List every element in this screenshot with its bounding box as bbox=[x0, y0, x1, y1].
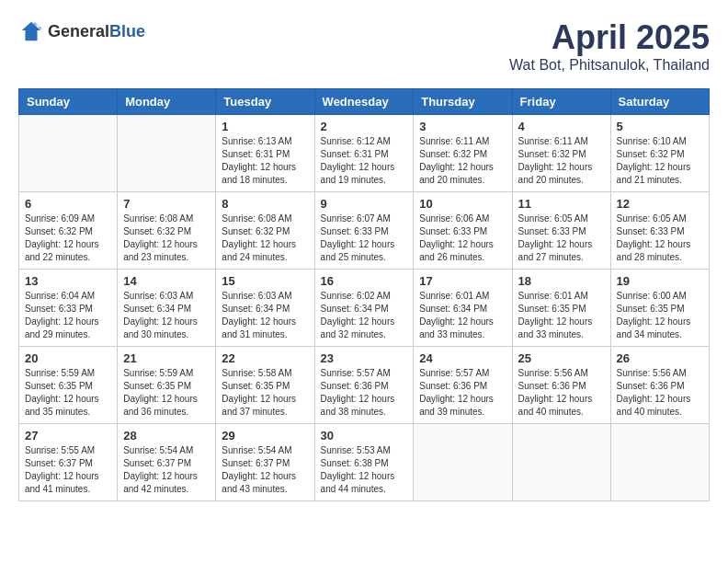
day-number: 12 bbox=[617, 197, 703, 211]
day-number: 14 bbox=[123, 274, 210, 288]
day-number: 4 bbox=[518, 120, 605, 133]
calendar-cell: 3Sunrise: 6:11 AM Sunset: 6:32 PM Daylig… bbox=[414, 115, 512, 192]
logo-blue: Blue bbox=[109, 22, 145, 40]
title-area: April 2025 Wat Bot, Phitsanulok, Thailan… bbox=[509, 18, 710, 74]
calendar-cell bbox=[414, 424, 512, 501]
day-info: Sunrise: 5:53 AM Sunset: 6:38 PM Dayligh… bbox=[321, 444, 408, 496]
day-info: Sunrise: 6:02 AM Sunset: 6:34 PM Dayligh… bbox=[321, 290, 408, 341]
calendar-cell: 9Sunrise: 6:07 AM Sunset: 6:33 PM Daylig… bbox=[314, 192, 414, 270]
calendar-cell: 7Sunrise: 6:08 AM Sunset: 6:32 PM Daylig… bbox=[118, 192, 216, 270]
calendar-week-row: 6Sunrise: 6:09 AM Sunset: 6:32 PM Daylig… bbox=[19, 192, 710, 270]
calendar-cell bbox=[610, 424, 709, 501]
calendar-cell: 18Sunrise: 6:01 AM Sunset: 6:35 PM Dayli… bbox=[512, 270, 610, 347]
day-info: Sunrise: 5:54 AM Sunset: 6:37 PM Dayligh… bbox=[222, 444, 308, 496]
day-number: 28 bbox=[123, 429, 210, 442]
day-info: Sunrise: 6:09 AM Sunset: 6:32 PM Dayligh… bbox=[25, 213, 111, 264]
day-number: 27 bbox=[25, 429, 111, 442]
calendar-cell: 30Sunrise: 5:53 AM Sunset: 6:38 PM Dayli… bbox=[314, 424, 414, 501]
day-info: Sunrise: 5:58 AM Sunset: 6:35 PM Dayligh… bbox=[222, 367, 308, 419]
calendar-cell: 22Sunrise: 5:58 AM Sunset: 6:35 PM Dayli… bbox=[216, 347, 314, 424]
day-info: Sunrise: 5:57 AM Sunset: 6:36 PM Dayligh… bbox=[321, 367, 408, 419]
calendar-cell bbox=[118, 115, 216, 192]
day-number: 16 bbox=[321, 274, 408, 288]
calendar-cell: 12Sunrise: 6:05 AM Sunset: 6:33 PM Dayli… bbox=[610, 192, 709, 270]
calendar-cell: 11Sunrise: 6:05 AM Sunset: 6:33 PM Dayli… bbox=[512, 192, 610, 270]
day-info: Sunrise: 6:03 AM Sunset: 6:34 PM Dayligh… bbox=[123, 290, 210, 341]
calendar-cell: 26Sunrise: 5:56 AM Sunset: 6:36 PM Dayli… bbox=[610, 347, 709, 424]
logo-text: GeneralBlue bbox=[48, 22, 145, 41]
day-info: Sunrise: 6:13 AM Sunset: 6:31 PM Dayligh… bbox=[222, 135, 308, 187]
day-number: 9 bbox=[321, 197, 408, 211]
day-number: 6 bbox=[25, 197, 111, 211]
day-info: Sunrise: 6:01 AM Sunset: 6:35 PM Dayligh… bbox=[518, 290, 605, 341]
calendar-cell: 20Sunrise: 5:59 AM Sunset: 6:35 PM Dayli… bbox=[19, 347, 118, 424]
day-info: Sunrise: 5:56 AM Sunset: 6:36 PM Dayligh… bbox=[518, 367, 605, 419]
day-number: 10 bbox=[419, 197, 506, 211]
day-number: 8 bbox=[222, 197, 308, 211]
calendar-cell: 23Sunrise: 5:57 AM Sunset: 6:36 PM Dayli… bbox=[314, 347, 414, 424]
day-info: Sunrise: 6:06 AM Sunset: 6:33 PM Dayligh… bbox=[419, 213, 506, 264]
day-info: Sunrise: 6:07 AM Sunset: 6:33 PM Dayligh… bbox=[321, 213, 408, 264]
day-number: 17 bbox=[419, 274, 506, 288]
day-number: 29 bbox=[222, 429, 308, 442]
weekday-header: Tuesday bbox=[216, 89, 314, 115]
weekday-header: Wednesday bbox=[314, 89, 414, 115]
day-number: 21 bbox=[123, 351, 210, 365]
day-number: 5 bbox=[617, 120, 703, 133]
day-number: 19 bbox=[617, 274, 703, 288]
day-info: Sunrise: 6:08 AM Sunset: 6:32 PM Dayligh… bbox=[123, 213, 210, 264]
calendar-cell: 29Sunrise: 5:54 AM Sunset: 6:37 PM Dayli… bbox=[216, 424, 314, 501]
day-number: 30 bbox=[321, 429, 408, 442]
day-info: Sunrise: 6:04 AM Sunset: 6:33 PM Dayligh… bbox=[25, 290, 111, 341]
day-number: 13 bbox=[25, 274, 111, 288]
weekday-header: Sunday bbox=[19, 89, 118, 115]
calendar-week-row: 13Sunrise: 6:04 AM Sunset: 6:33 PM Dayli… bbox=[19, 270, 710, 347]
day-number: 7 bbox=[123, 197, 210, 211]
calendar-cell: 4Sunrise: 6:11 AM Sunset: 6:32 PM Daylig… bbox=[512, 115, 610, 192]
calendar-cell: 17Sunrise: 6:01 AM Sunset: 6:34 PM Dayli… bbox=[414, 270, 512, 347]
calendar: SundayMondayTuesdayWednesdayThursdayFrid… bbox=[18, 88, 710, 501]
calendar-cell: 13Sunrise: 6:04 AM Sunset: 6:33 PM Dayli… bbox=[19, 270, 118, 347]
day-info: Sunrise: 6:00 AM Sunset: 6:35 PM Dayligh… bbox=[617, 290, 703, 341]
calendar-cell: 15Sunrise: 6:03 AM Sunset: 6:34 PM Dayli… bbox=[216, 270, 314, 347]
month-title: April 2025 bbox=[509, 18, 710, 57]
calendar-week-row: 20Sunrise: 5:59 AM Sunset: 6:35 PM Dayli… bbox=[19, 347, 710, 424]
day-number: 18 bbox=[518, 274, 605, 288]
day-number: 11 bbox=[518, 197, 605, 211]
day-number: 25 bbox=[518, 351, 605, 365]
day-info: Sunrise: 6:05 AM Sunset: 6:33 PM Dayligh… bbox=[518, 213, 605, 264]
calendar-cell: 16Sunrise: 6:02 AM Sunset: 6:34 PM Dayli… bbox=[314, 270, 414, 347]
day-info: Sunrise: 6:11 AM Sunset: 6:32 PM Dayligh… bbox=[419, 135, 506, 187]
day-info: Sunrise: 6:01 AM Sunset: 6:34 PM Dayligh… bbox=[419, 290, 506, 341]
day-number: 26 bbox=[617, 351, 703, 365]
logo-general: General bbox=[48, 22, 109, 40]
day-info: Sunrise: 6:05 AM Sunset: 6:33 PM Dayligh… bbox=[617, 213, 703, 264]
calendar-cell bbox=[512, 424, 610, 501]
logo: GeneralBlue bbox=[18, 18, 145, 44]
day-info: Sunrise: 5:57 AM Sunset: 6:36 PM Dayligh… bbox=[419, 367, 506, 419]
day-info: Sunrise: 6:08 AM Sunset: 6:32 PM Dayligh… bbox=[222, 213, 308, 264]
calendar-cell: 8Sunrise: 6:08 AM Sunset: 6:32 PM Daylig… bbox=[216, 192, 314, 270]
page-header: GeneralBlue April 2025 Wat Bot, Phitsanu… bbox=[18, 18, 710, 74]
calendar-cell: 10Sunrise: 6:06 AM Sunset: 6:33 PM Dayli… bbox=[414, 192, 512, 270]
day-info: Sunrise: 5:59 AM Sunset: 6:35 PM Dayligh… bbox=[123, 367, 210, 419]
day-number: 1 bbox=[222, 120, 308, 133]
calendar-cell: 25Sunrise: 5:56 AM Sunset: 6:36 PM Dayli… bbox=[512, 347, 610, 424]
calendar-cell: 27Sunrise: 5:55 AM Sunset: 6:37 PM Dayli… bbox=[19, 424, 118, 501]
day-info: Sunrise: 6:11 AM Sunset: 6:32 PM Dayligh… bbox=[518, 135, 605, 187]
weekday-header-row: SundayMondayTuesdayWednesdayThursdayFrid… bbox=[19, 89, 710, 115]
weekday-header: Friday bbox=[512, 89, 610, 115]
calendar-cell: 5Sunrise: 6:10 AM Sunset: 6:32 PM Daylig… bbox=[610, 115, 709, 192]
calendar-cell: 28Sunrise: 5:54 AM Sunset: 6:37 PM Dayli… bbox=[118, 424, 216, 501]
weekday-header: Monday bbox=[118, 89, 216, 115]
weekday-header: Thursday bbox=[414, 89, 512, 115]
calendar-cell: 14Sunrise: 6:03 AM Sunset: 6:34 PM Dayli… bbox=[118, 270, 216, 347]
calendar-cell: 6Sunrise: 6:09 AM Sunset: 6:32 PM Daylig… bbox=[19, 192, 118, 270]
calendar-cell: 2Sunrise: 6:12 AM Sunset: 6:31 PM Daylig… bbox=[314, 115, 414, 192]
calendar-cell: 24Sunrise: 5:57 AM Sunset: 6:36 PM Dayli… bbox=[414, 347, 512, 424]
day-info: Sunrise: 5:59 AM Sunset: 6:35 PM Dayligh… bbox=[25, 367, 111, 419]
weekday-header: Saturday bbox=[610, 89, 709, 115]
calendar-week-row: 1Sunrise: 6:13 AM Sunset: 6:31 PM Daylig… bbox=[19, 115, 710, 192]
calendar-cell: 19Sunrise: 6:00 AM Sunset: 6:35 PM Dayli… bbox=[610, 270, 709, 347]
svg-marker-0 bbox=[22, 22, 41, 41]
